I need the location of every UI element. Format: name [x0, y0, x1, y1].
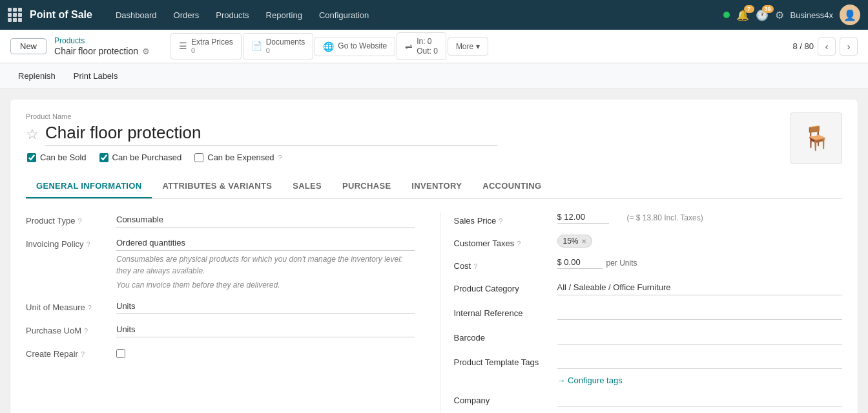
uom-text[interactable]: Units	[116, 299, 415, 314]
app-name[interactable]: Point of Sale	[30, 9, 92, 21]
can-be-sold-checkbox[interactable]: Can be Sold	[27, 153, 87, 162]
cost-amount[interactable]: $ 0.00	[557, 257, 603, 269]
purchase-uom-help-icon[interactable]: ?	[84, 327, 88, 335]
nav-reporting[interactable]: Reporting	[258, 6, 310, 24]
company-value	[557, 392, 843, 407]
product-category-row: Product Category All / Saleable / Office…	[454, 280, 843, 295]
company-label: Company	[454, 392, 557, 405]
product-name-input[interactable]	[45, 123, 497, 146]
extra-prices-label: Extra Prices	[191, 37, 233, 47]
tab-purchase[interactable]: Purchase	[332, 175, 401, 198]
product-image-placeholder: 🪑	[802, 125, 831, 152]
more-button[interactable]: More ▾	[448, 37, 488, 56]
favorite-star-icon[interactable]: ☆	[26, 126, 39, 143]
user-name[interactable]: Business4x	[790, 10, 833, 20]
product-category-text[interactable]: All / Saleable / Office Furniture	[557, 280, 843, 295]
pagination-text: 8 / 80	[792, 41, 814, 51]
product-type-help-icon[interactable]: ?	[78, 217, 81, 225]
nav-orders[interactable]: Orders	[166, 6, 207, 24]
invoicing-policy-label: Invoicing Policy ?	[26, 235, 116, 249]
action-bar: New Products Chair floor protection ⚙ ☰ …	[0, 30, 868, 63]
cost-help-icon[interactable]: ?	[473, 262, 477, 270]
product-header-left: Product Name ☆ Can be Sold Can be Purcha…	[26, 112, 790, 162]
customer-taxes-help-icon[interactable]: ?	[517, 240, 521, 248]
sales-price-value: $ 12.00 (= $ 13.80 Incl. Taxes)	[557, 212, 843, 224]
pagination-prev[interactable]: ‹	[818, 37, 836, 56]
tab-inventory[interactable]: Inventory	[401, 175, 472, 198]
product-template-tags-row: Product Template Tags	[454, 354, 843, 369]
extra-prices-button[interactable]: ☰ Extra Prices 0	[170, 33, 242, 60]
nav-products[interactable]: Products	[208, 6, 256, 24]
barcode-input[interactable]	[557, 329, 843, 344]
unit-of-measure-label: Unit of Measure ?	[26, 299, 116, 312]
settings-icon[interactable]: ⚙	[775, 9, 784, 21]
invoicing-policy-help-icon[interactable]: ?	[87, 240, 90, 248]
tab-sales[interactable]: Sales	[282, 175, 332, 198]
tax-badge-label: 15%	[563, 237, 579, 246]
product-name-row: ☆	[26, 123, 790, 146]
breadcrumb-parent[interactable]: Products	[54, 36, 150, 45]
can-be-purchased-checkbox[interactable]: Can be Purchased	[99, 153, 182, 162]
create-repair-label: Create Repair ?	[26, 345, 116, 359]
messages-icon[interactable]: 🔔 7	[736, 9, 749, 21]
can-be-sold-label: Can be Sold	[40, 153, 87, 162]
user-avatar[interactable]: 👤	[840, 5, 860, 25]
product-image[interactable]: 🪑	[790, 112, 842, 164]
nav-dashboard[interactable]: Dashboard	[108, 6, 165, 24]
breadcrumb-current-label: Chair floor protection	[54, 46, 138, 56]
invoicing-description-2: You can invoice them before they are del…	[116, 279, 415, 291]
barcode-row: Barcode	[454, 329, 843, 344]
product-template-tags-value	[557, 354, 843, 369]
can-be-expensed-checkbox[interactable]: Can be Expensed ?	[194, 153, 282, 162]
configure-tags-link[interactable]: → Configure tags	[454, 376, 843, 385]
can-be-expensed-label: Can be Expensed	[207, 153, 274, 162]
replenish-button[interactable]: Replenish	[10, 68, 63, 84]
print-labels-button[interactable]: Print Labels	[66, 68, 126, 84]
secondary-actions: Replenish Print Labels	[0, 63, 868, 89]
product-card: Product Name ☆ Can be Sold Can be Purcha…	[10, 100, 858, 413]
invoicing-policy-select[interactable]: Ordered quantities	[116, 235, 415, 251]
pagination-next[interactable]: ›	[840, 37, 858, 56]
tab-general-information[interactable]: General Information	[26, 175, 152, 198]
unit-of-measure-value: Units	[116, 299, 415, 314]
sales-price-amount[interactable]: $ 12.00	[557, 212, 609, 224]
product-type-value: Consumable	[116, 212, 415, 228]
nav-configuration[interactable]: Configuration	[311, 6, 377, 24]
internal-reference-input[interactable]	[557, 304, 843, 320]
barcode-label: Barcode	[454, 329, 557, 343]
documents-button[interactable]: 📄 Documents 0	[243, 33, 314, 60]
go-to-website-label: Go to Website	[338, 41, 387, 50]
cost-unit: per Units	[606, 259, 637, 268]
create-repair-value	[116, 345, 415, 360]
product-type-select[interactable]: Consumable	[116, 212, 415, 228]
create-repair-help-icon[interactable]: ?	[81, 350, 85, 358]
website-icon: 🌐	[323, 41, 334, 52]
activity-icon[interactable]: 🕐 39	[756, 9, 769, 21]
arrows-icon: ⇌	[405, 41, 413, 52]
can-be-purchased-input[interactable]	[99, 153, 108, 162]
new-button[interactable]: New	[10, 38, 46, 54]
can-be-expensed-input[interactable]	[194, 153, 203, 162]
company-row: Company	[454, 392, 843, 407]
uom-help-icon[interactable]: ?	[88, 304, 92, 312]
create-repair-checkbox[interactable]	[116, 349, 125, 358]
purchase-uom-text[interactable]: Units	[116, 322, 415, 337]
tax-badge: 15% ✕	[557, 235, 592, 248]
extra-prices-count: 0	[191, 47, 195, 55]
tab-attributes-variants[interactable]: Attributes & Variants	[152, 175, 282, 198]
company-input[interactable]	[557, 392, 843, 407]
can-be-sold-input[interactable]	[27, 153, 36, 162]
tax-remove-icon[interactable]: ✕	[581, 238, 586, 245]
app-grid-icon[interactable]	[8, 8, 22, 22]
in-out-button[interactable]: ⇌ In: 0 Out: 0	[397, 32, 446, 60]
documents-label: Documents	[266, 37, 305, 47]
record-settings-icon[interactable]: ⚙	[142, 47, 150, 56]
extra-prices-icon: ☰	[179, 41, 187, 51]
sales-price-help-icon[interactable]: ?	[499, 217, 502, 225]
tab-accounting[interactable]: Accounting	[472, 175, 552, 198]
go-to-website-button[interactable]: 🌐 Go to Website	[315, 37, 395, 56]
sales-price-row: Sales Price ? $ 12.00 (= $ 13.80 Incl. T…	[454, 212, 843, 226]
product-template-tags-input[interactable]	[557, 354, 843, 369]
top-navigation: Point of Sale Dashboard Orders Products …	[0, 0, 868, 30]
form-left: Product Type ? Consumable Invoicing Poli…	[26, 212, 440, 413]
